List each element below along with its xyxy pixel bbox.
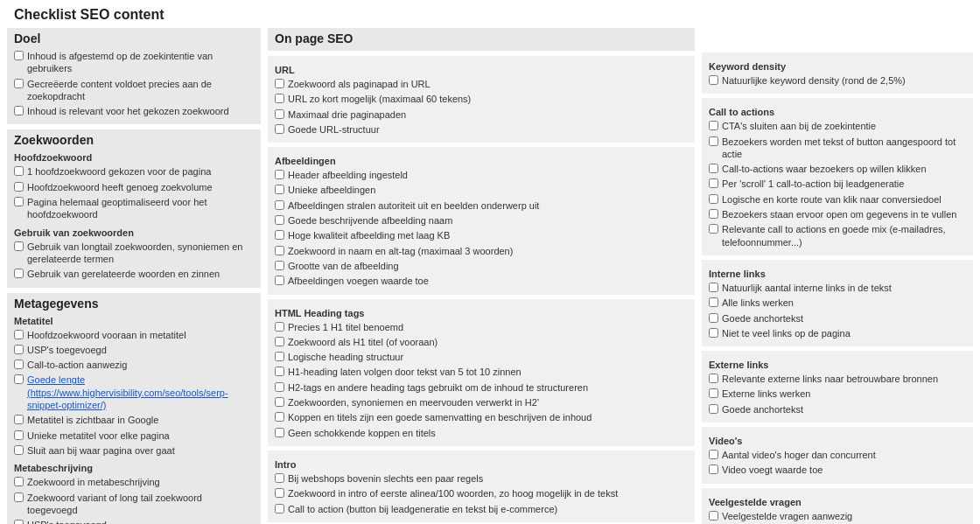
on-page-title: On page SEO (268, 28, 695, 51)
checkbox[interactable] (275, 79, 284, 88)
checkbox[interactable] (709, 164, 718, 173)
externe-links-subtitle: Externe links (709, 360, 966, 370)
checkbox[interactable] (275, 185, 284, 194)
list-item: H1-heading laten volgen door tekst van 5… (275, 365, 688, 379)
checkbox[interactable] (14, 269, 24, 278)
on-page-seo-section: On page SEO URL Zoekwoord als paginapad … (268, 28, 695, 524)
checkbox[interactable] (709, 511, 718, 521)
checkbox[interactable] (14, 345, 24, 354)
checkbox[interactable] (275, 230, 284, 240)
list-item: Afbeeldingen stralen autoriteit uit en b… (275, 199, 688, 213)
checkbox[interactable] (14, 166, 24, 176)
checkbox[interactable] (709, 75, 718, 85)
faq-subtitle: Veelgestelde vragen (709, 497, 966, 507)
doel-title: Doel (14, 31, 254, 45)
checkbox[interactable] (14, 477, 24, 486)
checkbox[interactable] (709, 121, 718, 130)
checkbox[interactable] (275, 488, 284, 498)
list-item: Call-to-actions waar bezoekers op willen… (709, 162, 966, 176)
list-item: Bezoekers staan ervoor open om gegevens … (709, 207, 966, 221)
list-item: Video voegt waarde toe (709, 463, 966, 477)
checkbox[interactable] (709, 297, 718, 307)
checkbox[interactable] (275, 322, 284, 332)
checkbox[interactable] (275, 382, 284, 392)
hoofdzoekwoord-subtitle: Hoofdzoekwoord (14, 152, 254, 163)
list-item: Zoekwoord in naam en alt-tag (maximaal 3… (275, 244, 688, 258)
checkbox[interactable] (14, 493, 24, 502)
list-item: Unieke afbeeldingen (275, 183, 688, 197)
checkbox[interactable] (709, 328, 718, 338)
list-item: Maximaal drie paginapaden (275, 108, 688, 122)
list-item: Unieke metatitel voor elke pagina (14, 429, 254, 443)
metatitel-subtitle: Metatitel (14, 316, 254, 326)
list-item: Header afbeelding ingesteld (275, 168, 688, 182)
checkbox[interactable] (275, 170, 284, 179)
checkbox[interactable] (14, 415, 24, 424)
intro-section: Intro Bij webshops bovenin slechts een p… (268, 451, 695, 522)
list-item: Goede lengte (https://www.highervisibili… (14, 373, 254, 412)
checkbox[interactable] (709, 136, 718, 146)
checkbox[interactable] (14, 79, 24, 88)
checkbox[interactable] (709, 224, 718, 234)
checkbox[interactable] (709, 283, 718, 292)
checkbox[interactable] (275, 200, 284, 210)
intro-subtitle: Intro (275, 459, 688, 470)
list-item: Zoekwoord in metabeschrijving (14, 475, 254, 489)
list-item: Natuurlijk aantal interne links in de te… (709, 281, 966, 295)
checkbox[interactable] (275, 473, 284, 483)
checkbox[interactable] (14, 430, 24, 440)
externe-links-section: Externe links Relevante externe links na… (702, 351, 973, 423)
checkbox[interactable] (709, 374, 718, 383)
checkbox[interactable] (275, 124, 284, 134)
list-item: Call-to-action aanwezig (14, 358, 254, 372)
checkbox[interactable] (709, 388, 718, 398)
checkbox[interactable] (14, 374, 24, 384)
checkbox[interactable] (14, 106, 24, 115)
list-item: URL zo kort mogelijk (maximaal 60 tekens… (275, 92, 688, 106)
list-item: Afbeeldingen voegen waarde toe (275, 274, 688, 288)
checkbox[interactable] (709, 404, 718, 414)
afbeeldingen-section: Afbeeldingen Header afbeelding ingesteld… (268, 147, 695, 294)
checkbox[interactable] (275, 504, 284, 514)
checkbox[interactable] (275, 246, 284, 255)
list-item: Inhoud is afgestemd op de zoekintentie v… (14, 49, 254, 76)
list-item: Inhoud is relevant voor het gekozen zoek… (14, 104, 254, 118)
checkbox[interactable] (709, 178, 718, 188)
checkbox[interactable] (709, 313, 718, 323)
checkbox[interactable] (709, 450, 718, 459)
checkbox[interactable] (275, 215, 284, 225)
list-item: Bij webshops bovenin slechts een paar re… (275, 472, 688, 486)
checkbox[interactable] (275, 109, 284, 119)
checkbox[interactable] (14, 520, 24, 524)
faq-section: Veelgestelde vragen Veelgestelde vragen … (702, 488, 973, 524)
checkbox[interactable] (275, 337, 284, 346)
zoekwoorden-section: Zoekwoorden Hoofdzoekwoord 1 hoofdzoekwo… (7, 129, 261, 287)
checkbox[interactable] (275, 428, 284, 437)
list-item: USP's toegevoegd (14, 518, 254, 524)
checkbox[interactable] (14, 51, 24, 60)
checkbox[interactable] (275, 352, 284, 361)
checkbox[interactable] (14, 182, 24, 192)
afbeeldingen-subtitle: Afbeeldingen (275, 156, 688, 166)
checkbox[interactable] (14, 241, 24, 251)
checkbox[interactable] (275, 276, 284, 285)
list-item: Relevante call to actions en goede mix (… (709, 222, 966, 249)
checkbox[interactable] (14, 197, 24, 206)
checkbox[interactable] (275, 367, 284, 376)
checkbox[interactable] (709, 209, 718, 219)
list-item: Goede anchortekst (709, 311, 966, 325)
checkbox[interactable] (14, 360, 24, 369)
keyword-density-section: Keyword density Natuurlijke keyword dens… (702, 52, 973, 94)
checkbox[interactable] (275, 397, 284, 407)
checkbox[interactable] (709, 194, 718, 204)
checkbox[interactable] (275, 94, 284, 103)
checkbox[interactable] (275, 412, 284, 422)
checkbox[interactable] (14, 445, 24, 455)
list-item: Zoekwoord als paginapad in URL (275, 77, 688, 91)
list-item: Gecreëerde content voldoet precies aan d… (14, 77, 254, 104)
checkbox[interactable] (709, 465, 718, 474)
checkbox[interactable] (14, 330, 24, 339)
checkbox[interactable] (275, 261, 284, 270)
serp-link-metatitel[interactable]: Goede lengte (https://www.highervisibili… (27, 374, 228, 410)
zoekwoorden-title: Zoekwoorden (14, 133, 254, 147)
